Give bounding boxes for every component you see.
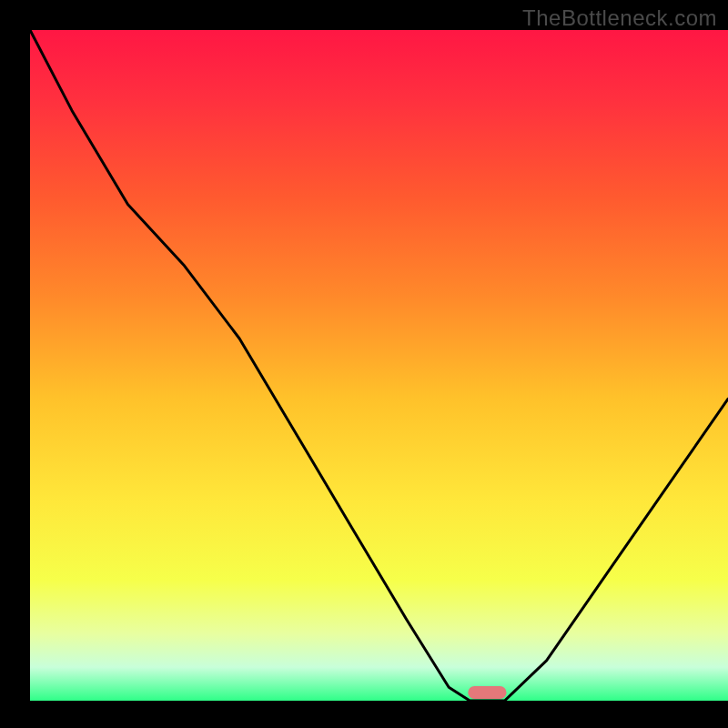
chart-svg: [0, 0, 728, 728]
chart-stage: TheBottleneck.com: [0, 0, 728, 728]
plot-background: [30, 30, 728, 701]
watermark-text: TheBottleneck.com: [522, 5, 717, 31]
optimal-marker: [468, 686, 506, 699]
